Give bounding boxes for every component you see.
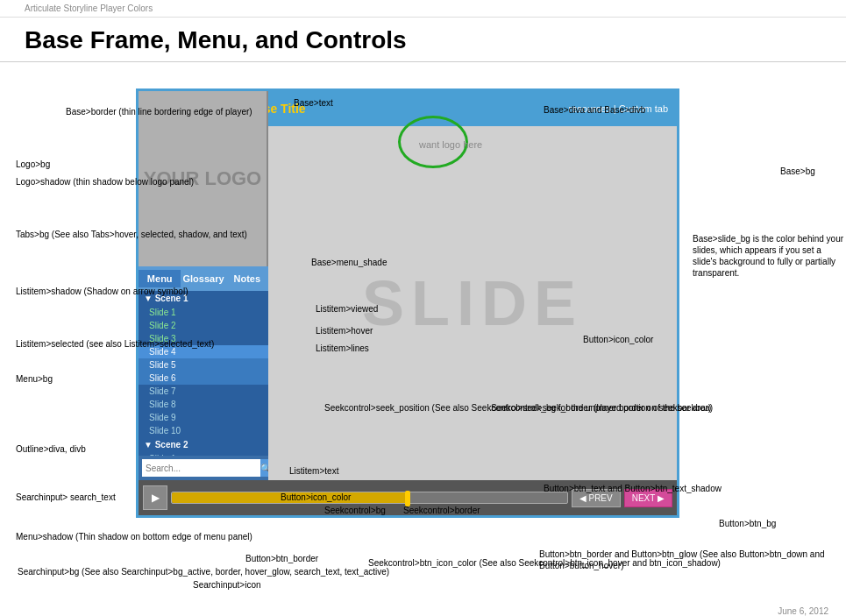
menu-panel: ▼ Scene 1 Slide 1 Slide 2 Slide 3 Slide … bbox=[139, 291, 268, 480]
ann-outline-diva-divb: Outline>diva, divb bbox=[16, 443, 86, 455]
ann-logo-bg: Logo>bg bbox=[16, 159, 50, 170]
list-item[interactable]: Slide 8 bbox=[139, 398, 268, 411]
list-item[interactable]: Slide 2 bbox=[139, 319, 268, 332]
search-input[interactable] bbox=[142, 459, 260, 477]
ann-button-btn-border-glow: Button>btn_border and Button>btn_glow (S… bbox=[539, 549, 846, 571]
list-item[interactable]: Slide 10 bbox=[139, 424, 268, 437]
ann-button-icon-color-2: Button>icon_color bbox=[281, 492, 351, 503]
ann-listitem-text: Listitem>text bbox=[289, 465, 338, 477]
page-title: Base Frame, Menu, and Controls bbox=[0, 18, 846, 62]
ann-listitem-lines: Listitem>lines bbox=[316, 343, 369, 354]
list-item[interactable]: Slide 5 bbox=[139, 358, 268, 372]
ann-tabs-bg: Tabs>bg (See also Tabs>hover, selected, … bbox=[16, 229, 247, 240]
app-container: Articulate Storyline Player Colors Base … bbox=[0, 0, 846, 616]
ann-base-border: Base>border (thin line bordering edge of… bbox=[66, 106, 252, 117]
ann-searchinput: Searchinput> search_text bbox=[16, 492, 116, 503]
ann-seekcontrol-seek-border: Seekcontrol>seek_border (Inner border on… bbox=[491, 402, 713, 414]
scene-2-header: ▼ Scene 2 bbox=[139, 437, 268, 452]
slide-label: SLIDE bbox=[362, 267, 583, 339]
ann-listitem-shadow: Listitem>shadow (Shadow on arrow symbol) bbox=[16, 286, 188, 297]
ann-base-slide-bg: Base>slide_bg is the color behind your s… bbox=[693, 233, 846, 279]
list-item[interactable]: Slide 7 bbox=[139, 385, 268, 398]
ann-listitem-selected: Listitem>selected (see also Listitem>sel… bbox=[16, 338, 214, 350]
ann-base-bg: Base>bg bbox=[780, 166, 815, 177]
player-mockup: Course Title resources | Custom tab YOUR… bbox=[136, 89, 679, 518]
ann-button-btn-text: Button>btn_text and Button>btn_text_shad… bbox=[544, 483, 722, 494]
play-button[interactable]: ▶ bbox=[143, 485, 167, 510]
ann-base-text: Base>text bbox=[294, 97, 333, 109]
date-label: June 6, 2012 bbox=[778, 606, 828, 616]
ann-base-diva-divb: Base>diva and Base>divb bbox=[544, 104, 645, 116]
tab-glossary[interactable]: Glossary bbox=[181, 270, 225, 287]
content-area: Course Title resources | Custom tab YOUR… bbox=[0, 62, 846, 616]
list-item[interactable]: Slide 6 bbox=[139, 372, 268, 385]
ann-seekcontrol-border: Seekcontrol>border bbox=[403, 505, 480, 516]
ann-searchinput-icon: Searchinput>icon bbox=[193, 579, 261, 591]
ann-searchinput-bg: Searchinput>bg (See also Searchinput>bg_… bbox=[18, 566, 389, 577]
ann-button-icon-color-1: Button>icon_color bbox=[583, 334, 653, 345]
breadcrumb: Articulate Storyline Player Colors bbox=[0, 0, 846, 18]
want-logo-label: want logo here bbox=[419, 139, 482, 150]
list-item[interactable]: Slide 1 bbox=[139, 306, 268, 319]
ann-listitem-hover: Listitem>hover bbox=[316, 325, 373, 336]
search-bar: 🔍 bbox=[139, 456, 268, 480]
tab-menu[interactable]: Menu bbox=[139, 270, 181, 287]
ann-logo-shadow: Logo>shadow (thin shadow below logo pane… bbox=[16, 176, 194, 188]
ann-base-menu-shade: Base>menu_shade bbox=[311, 257, 387, 268]
tab-notes[interactable]: Notes bbox=[226, 270, 268, 287]
list-item[interactable]: Slide 9 bbox=[139, 411, 268, 424]
ann-seekcontrol-bg: Seekcontrol>bg bbox=[324, 505, 386, 516]
seekbar-track[interactable] bbox=[171, 492, 568, 504]
ann-menu-shadow: Menu>shadow (Thin shadow on bottom edge … bbox=[16, 531, 252, 542]
ann-button-btn-bg: Button>btn_bg bbox=[719, 518, 776, 529]
ann-menu-bg: Menu>bg bbox=[16, 373, 53, 385]
ann-button-btn-border: Button>btn_border bbox=[245, 553, 318, 564]
ann-listitem-viewed: Listitem>viewed bbox=[316, 303, 378, 315]
